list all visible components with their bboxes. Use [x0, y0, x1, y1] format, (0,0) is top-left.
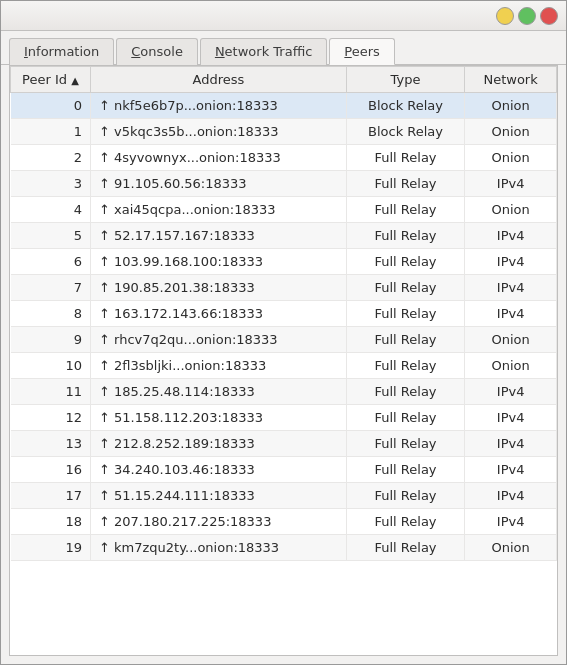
- cell-peer-id: 8: [11, 301, 91, 327]
- cell-network: IPv4: [465, 509, 557, 535]
- cell-address: ↑ 51.158.112.203:18333: [91, 405, 347, 431]
- cell-address: ↑ 51.15.244.111:18333: [91, 483, 347, 509]
- cell-peer-id: 0: [11, 93, 91, 119]
- cell-peer-id: 6: [11, 249, 91, 275]
- cell-type: Full Relay: [346, 301, 464, 327]
- table-row[interactable]: 7↑ 190.85.201.38:18333Full RelayIPv4: [11, 275, 557, 301]
- window-controls: [496, 7, 558, 25]
- cell-network: Onion: [465, 535, 557, 561]
- cell-peer-id: 4: [11, 197, 91, 223]
- close-button[interactable]: [540, 7, 558, 25]
- cell-type: Block Relay: [346, 93, 464, 119]
- cell-peer-id: 12: [11, 405, 91, 431]
- cell-network: Onion: [465, 119, 557, 145]
- table-header: Peer Id ▲AddressTypeNetwork: [11, 67, 557, 93]
- cell-address: ↑ v5kqc3s5b...onion:18333: [91, 119, 347, 145]
- content-area: Peer Id ▲AddressTypeNetwork 0↑ nkf5e6b7p…: [9, 65, 558, 656]
- col-header-network[interactable]: Network: [465, 67, 557, 93]
- table-row[interactable]: 12↑ 51.158.112.203:18333Full RelayIPv4: [11, 405, 557, 431]
- cell-type: Full Relay: [346, 327, 464, 353]
- cell-type: Full Relay: [346, 353, 464, 379]
- table-row[interactable]: 10↑ 2fl3sbljki...onion:18333Full RelayOn…: [11, 353, 557, 379]
- cell-network: IPv4: [465, 379, 557, 405]
- cell-type: Full Relay: [346, 249, 464, 275]
- cell-peer-id: 10: [11, 353, 91, 379]
- col-header-address[interactable]: Address: [91, 67, 347, 93]
- table-body: 0↑ nkf5e6b7p...onion:18333Block RelayOni…: [11, 93, 557, 561]
- table-row[interactable]: 9↑ rhcv7q2qu...onion:18333Full RelayOnio…: [11, 327, 557, 353]
- cell-peer-id: 18: [11, 509, 91, 535]
- cell-type: Full Relay: [346, 379, 464, 405]
- cell-network: IPv4: [465, 223, 557, 249]
- cell-peer-id: 3: [11, 171, 91, 197]
- cell-address: ↑ 2fl3sbljki...onion:18333: [91, 353, 347, 379]
- cell-network: Onion: [465, 145, 557, 171]
- cell-type: Full Relay: [346, 535, 464, 561]
- cell-peer-id: 9: [11, 327, 91, 353]
- tab-console[interactable]: Console: [116, 38, 198, 65]
- minimize-button[interactable]: [496, 7, 514, 25]
- cell-network: IPv4: [465, 405, 557, 431]
- peers-table-container[interactable]: Peer Id ▲AddressTypeNetwork 0↑ nkf5e6b7p…: [10, 66, 557, 655]
- tab-peers[interactable]: Peers: [329, 38, 395, 65]
- cell-address: ↑ 91.105.60.56:18333: [91, 171, 347, 197]
- cell-peer-id: 7: [11, 275, 91, 301]
- col-header-peer-id[interactable]: Peer Id ▲: [11, 67, 91, 93]
- cell-network: Onion: [465, 327, 557, 353]
- cell-peer-id: 19: [11, 535, 91, 561]
- cell-network: IPv4: [465, 483, 557, 509]
- cell-type: Full Relay: [346, 483, 464, 509]
- cell-address: ↑ 190.85.201.38:18333: [91, 275, 347, 301]
- title-bar: [1, 1, 566, 31]
- cell-peer-id: 11: [11, 379, 91, 405]
- cell-type: Full Relay: [346, 509, 464, 535]
- cell-address: ↑ 163.172.143.66:18333: [91, 301, 347, 327]
- cell-address: ↑ 52.17.157.167:18333: [91, 223, 347, 249]
- cell-network: IPv4: [465, 431, 557, 457]
- table-row[interactable]: 6↑ 103.99.168.100:18333Full RelayIPv4: [11, 249, 557, 275]
- table-row[interactable]: 11↑ 185.25.48.114:18333Full RelayIPv4: [11, 379, 557, 405]
- cell-peer-id: 5: [11, 223, 91, 249]
- table-row[interactable]: 17↑ 51.15.244.111:18333Full RelayIPv4: [11, 483, 557, 509]
- cell-peer-id: 16: [11, 457, 91, 483]
- cell-address: ↑ nkf5e6b7p...onion:18333: [91, 93, 347, 119]
- maximize-button[interactable]: [518, 7, 536, 25]
- cell-address: ↑ km7zqu2ty...onion:18333: [91, 535, 347, 561]
- cell-type: Full Relay: [346, 197, 464, 223]
- cell-network: IPv4: [465, 171, 557, 197]
- cell-type: Full Relay: [346, 405, 464, 431]
- cell-network: Onion: [465, 197, 557, 223]
- cell-type: Full Relay: [346, 431, 464, 457]
- table-row[interactable]: 1↑ v5kqc3s5b...onion:18333Block RelayOni…: [11, 119, 557, 145]
- peers-table: Peer Id ▲AddressTypeNetwork 0↑ nkf5e6b7p…: [10, 66, 557, 561]
- cell-network: IPv4: [465, 275, 557, 301]
- table-row[interactable]: 16↑ 34.240.103.46:18333Full RelayIPv4: [11, 457, 557, 483]
- table-row[interactable]: 19↑ km7zqu2ty...onion:18333Full RelayOni…: [11, 535, 557, 561]
- table-row[interactable]: 13↑ 212.8.252.189:18333Full RelayIPv4: [11, 431, 557, 457]
- cell-type: Full Relay: [346, 275, 464, 301]
- cell-peer-id: 17: [11, 483, 91, 509]
- table-row[interactable]: 3↑ 91.105.60.56:18333Full RelayIPv4: [11, 171, 557, 197]
- tab-information[interactable]: Information: [9, 38, 114, 65]
- tab-bar: InformationConsoleNetwork TrafficPeers: [1, 31, 566, 65]
- cell-address: ↑ 103.99.168.100:18333: [91, 249, 347, 275]
- table-row[interactable]: 0↑ nkf5e6b7p...onion:18333Block RelayOni…: [11, 93, 557, 119]
- cell-address: ↑ rhcv7q2qu...onion:18333: [91, 327, 347, 353]
- cell-address: ↑ 212.8.252.189:18333: [91, 431, 347, 457]
- cell-address: ↑ 207.180.217.225:18333: [91, 509, 347, 535]
- cell-type: Block Relay: [346, 119, 464, 145]
- cell-network: Onion: [465, 353, 557, 379]
- table-row[interactable]: 4↑ xai45qcpa...onion:18333Full RelayOnio…: [11, 197, 557, 223]
- table-row[interactable]: 5↑ 52.17.157.167:18333Full RelayIPv4: [11, 223, 557, 249]
- cell-peer-id: 2: [11, 145, 91, 171]
- table-row[interactable]: 18↑ 207.180.217.225:18333Full RelayIPv4: [11, 509, 557, 535]
- cell-type: Full Relay: [346, 223, 464, 249]
- cell-network: IPv4: [465, 301, 557, 327]
- cell-peer-id: 13: [11, 431, 91, 457]
- cell-network: IPv4: [465, 249, 557, 275]
- table-row[interactable]: 2↑ 4syvownyx...onion:18333Full RelayOnio…: [11, 145, 557, 171]
- cell-address: ↑ 4syvownyx...onion:18333: [91, 145, 347, 171]
- col-header-type[interactable]: Type: [346, 67, 464, 93]
- table-row[interactable]: 8↑ 163.172.143.66:18333Full RelayIPv4: [11, 301, 557, 327]
- tab-network-traffic[interactable]: Network Traffic: [200, 38, 327, 65]
